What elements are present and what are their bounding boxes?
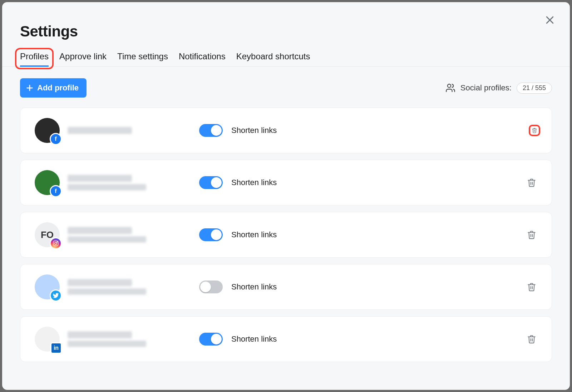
trash-icon [527, 282, 536, 292]
tab-time-settings[interactable]: Time settings [117, 51, 168, 66]
profile-handle-blurred [68, 288, 146, 295]
profile-name-stack [68, 127, 132, 134]
profile-name-stack [68, 331, 146, 347]
facebook-icon: f [50, 185, 62, 197]
add-profile-label: Add profile [37, 83, 79, 93]
avatar-wrap: in [35, 327, 60, 352]
toolbar: Add profile Social profiles: 21 / 555 [20, 78, 552, 98]
profile-handle-blurred [68, 341, 146, 347]
tabs-bar: ProfilesApprove linkTime settingsNotific… [2, 40, 570, 67]
tab-profiles[interactable]: Profiles [20, 51, 49, 66]
profile-info [35, 274, 199, 299]
avatar-wrap: FO [35, 222, 60, 247]
delete-profile-button[interactable] [529, 125, 540, 136]
delete-profile-button[interactable] [526, 333, 537, 345]
trash-icon [527, 178, 536, 187]
delete-profile-button[interactable] [526, 229, 537, 240]
shorten-links-label: Shorten links [231, 282, 277, 292]
profile-name-blurred [68, 127, 132, 134]
profile-name-blurred [68, 175, 132, 182]
social-profile-counter: Social profiles: 21 / 555 [445, 83, 552, 94]
linkedin-icon: in [50, 342, 62, 354]
profile-name-stack [68, 175, 146, 190]
modal-header: Settings [2, 2, 570, 40]
close-icon [544, 15, 555, 25]
shorten-links-control: Shorten links [199, 124, 277, 137]
profile-name-stack [68, 227, 146, 243]
tab-notifications[interactable]: Notifications [179, 51, 226, 66]
profile-row: fShorten links [20, 160, 552, 205]
shorten-links-label: Shorten links [231, 230, 277, 239]
profile-name-blurred [68, 227, 132, 234]
shorten-links-label: Shorten links [231, 178, 277, 187]
profile-info: FO [35, 222, 199, 247]
shorten-links-control: Shorten links [199, 333, 277, 346]
page-title: Settings [20, 23, 552, 40]
delete-profile-button[interactable] [526, 281, 537, 293]
shorten-links-toggle[interactable] [199, 176, 223, 189]
plus-icon [26, 84, 34, 92]
twitter-icon [50, 289, 62, 302]
avatar-wrap: f [35, 118, 60, 143]
delete-profile-button[interactable] [526, 177, 537, 188]
profile-row: FOShorten links [20, 212, 552, 258]
shorten-links-control: Shorten links [199, 176, 277, 189]
shorten-links-toggle[interactable] [199, 228, 223, 241]
people-icon [445, 83, 455, 93]
add-profile-button[interactable]: Add profile [20, 78, 87, 98]
profile-row: Shorten links [20, 264, 552, 310]
svg-point-7 [57, 242, 58, 242]
profile-handle-blurred [68, 184, 146, 190]
social-profiles-count: 21 / 555 [517, 83, 552, 94]
profile-info: in [35, 327, 199, 352]
shorten-links-toggle[interactable] [199, 281, 223, 293]
shorten-links-label: Shorten links [231, 126, 277, 135]
profile-info: f [35, 118, 199, 143]
shorten-links-toggle[interactable] [199, 124, 223, 137]
avatar-wrap: f [35, 170, 60, 195]
profile-name-stack [68, 279, 146, 295]
profile-row: fShorten links [20, 108, 552, 153]
trash-icon [527, 230, 536, 239]
settings-modal: Settings ProfilesApprove linkTime settin… [2, 2, 570, 390]
svg-point-4 [448, 84, 451, 88]
modal-body: Add profile Social profiles: 21 / 555 fS… [2, 67, 570, 362]
avatar-wrap [35, 274, 60, 299]
shorten-links-label: Shorten links [231, 334, 277, 344]
trash-icon [532, 126, 537, 135]
profile-row: inShorten links [20, 316, 552, 362]
trash-icon [527, 334, 536, 344]
close-button[interactable] [542, 12, 558, 28]
profile-handle-blurred [68, 236, 146, 243]
facebook-icon: f [50, 133, 62, 145]
shorten-links-control: Shorten links [199, 228, 277, 241]
tab-approve-link[interactable]: Approve link [59, 51, 107, 66]
shorten-links-toggle[interactable] [199, 333, 223, 346]
instagram-icon [50, 237, 62, 249]
social-profiles-label: Social profiles: [460, 83, 512, 93]
profile-name-blurred [68, 331, 132, 338]
svg-point-6 [55, 242, 57, 244]
profile-info: f [35, 170, 199, 195]
shorten-links-control: Shorten links [199, 281, 277, 293]
tab-keyboard-shortcuts[interactable]: Keyboard shortcuts [236, 51, 310, 66]
profile-list: fShorten linksfShorten linksFOShorten li… [20, 108, 552, 362]
profile-name-blurred [68, 279, 132, 286]
